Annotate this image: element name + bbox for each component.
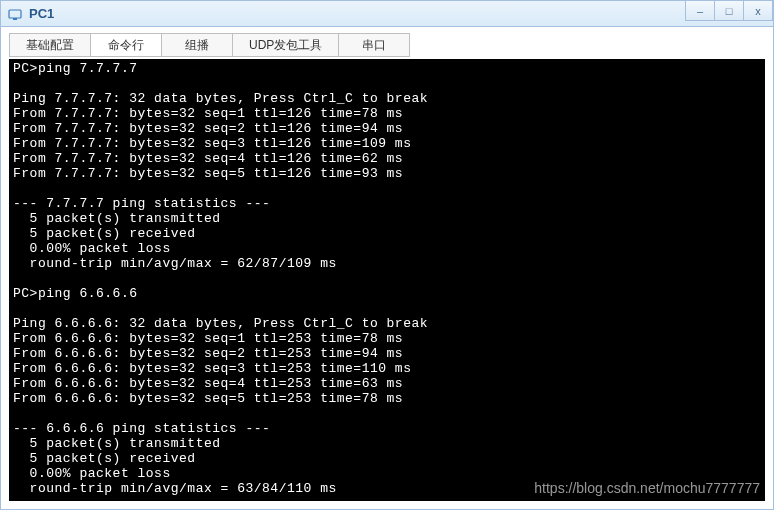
app-icon [7,6,23,22]
window-title: PC1 [29,6,54,21]
tab-label: 组播 [185,38,209,52]
tab-command-line[interactable]: 命令行 [90,33,162,57]
titlebar: PC1 – □ x [1,1,773,27]
minimize-icon: – [697,5,703,17]
svg-rect-0 [9,10,21,18]
tab-multicast[interactable]: 组播 [161,33,233,57]
tab-label: 基础配置 [26,38,74,52]
close-icon: x [755,5,761,17]
tabbar: 基础配置 命令行 组播 UDP发包工具 串口 [1,27,773,57]
tab-serial[interactable]: 串口 [338,33,410,57]
close-button[interactable]: x [743,1,773,21]
maximize-icon: □ [726,5,733,17]
terminal-output[interactable]: PC>ping 7.7.7.7 Ping 7.7.7.7: 32 data by… [9,59,765,501]
window-controls: – □ x [686,1,773,21]
tab-basic-config[interactable]: 基础配置 [9,33,91,57]
tab-label: 串口 [362,38,386,52]
tab-label: UDP发包工具 [249,38,322,52]
minimize-button[interactable]: – [685,1,715,21]
maximize-button[interactable]: □ [714,1,744,21]
svg-rect-1 [13,18,17,20]
tab-udp-tool[interactable]: UDP发包工具 [232,33,339,57]
app-window: PC1 – □ x 基础配置 命令行 组播 UDP发包工具 串口 PC>ping… [0,0,774,510]
tab-label: 命令行 [108,38,144,52]
